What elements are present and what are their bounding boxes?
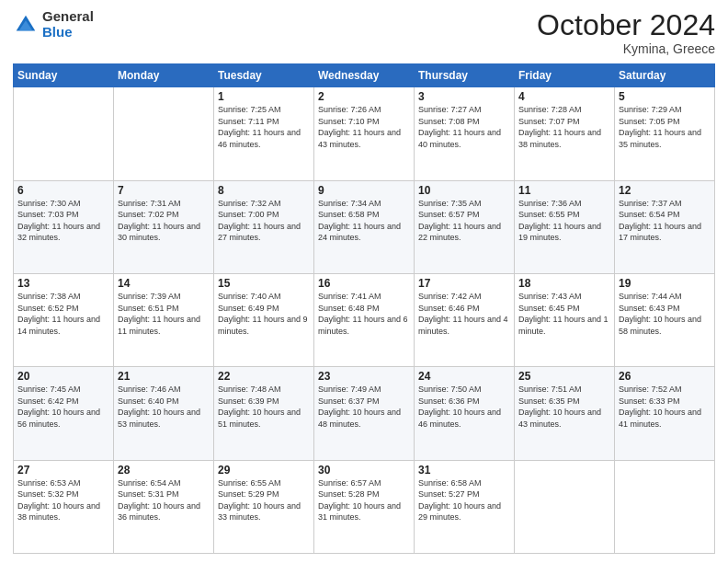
calendar-cell: 4Sunrise: 7:28 AM Sunset: 7:07 PM Daylig… xyxy=(515,87,615,180)
calendar-cell: 21Sunrise: 7:46 AM Sunset: 6:40 PM Dayli… xyxy=(114,367,214,460)
day-number: 19 xyxy=(619,277,711,290)
day-info: Sunrise: 7:42 AM Sunset: 6:46 PM Dayligh… xyxy=(418,292,508,336)
calendar-cell: 9Sunrise: 7:34 AM Sunset: 6:58 PM Daylig… xyxy=(314,180,415,273)
day-number: 12 xyxy=(619,184,711,197)
day-number: 15 xyxy=(218,277,310,290)
day-number: 20 xyxy=(17,370,109,383)
day-info: Sunrise: 7:26 AM Sunset: 7:10 PM Dayligh… xyxy=(318,105,401,149)
calendar-day-header: Wednesday xyxy=(314,64,415,87)
day-info: Sunrise: 7:48 AM Sunset: 6:39 PM Dayligh… xyxy=(218,385,301,429)
logo-text: General Blue xyxy=(42,9,94,40)
day-info: Sunrise: 6:54 AM Sunset: 5:31 PM Dayligh… xyxy=(118,478,200,523)
calendar-week-row: 13Sunrise: 7:38 AM Sunset: 6:52 PM Dayli… xyxy=(14,273,715,366)
calendar-cell: 7Sunrise: 7:31 AM Sunset: 7:02 PM Daylig… xyxy=(114,180,214,273)
day-number: 3 xyxy=(418,90,510,103)
calendar-cell xyxy=(14,87,114,180)
calendar-cell: 31Sunrise: 6:58 AM Sunset: 5:27 PM Dayli… xyxy=(415,460,515,553)
calendar-cell: 17Sunrise: 7:42 AM Sunset: 6:46 PM Dayli… xyxy=(415,273,515,366)
day-info: Sunrise: 7:45 AM Sunset: 6:42 PM Dayligh… xyxy=(17,385,100,429)
calendar-day-header: Monday xyxy=(114,64,214,87)
day-number: 28 xyxy=(118,464,210,477)
day-info: Sunrise: 7:43 AM Sunset: 6:45 PM Dayligh… xyxy=(518,292,609,336)
page: General Blue October 2024 Kymina, Greece… xyxy=(0,0,728,563)
calendar-cell: 8Sunrise: 7:32 AM Sunset: 7:00 PM Daylig… xyxy=(214,180,314,273)
month-title: October 2024 xyxy=(537,9,715,41)
calendar-week-row: 20Sunrise: 7:45 AM Sunset: 6:42 PM Dayli… xyxy=(14,367,715,460)
header: General Blue October 2024 Kymina, Greece xyxy=(13,9,715,56)
day-info: Sunrise: 7:46 AM Sunset: 6:40 PM Dayligh… xyxy=(118,385,200,429)
calendar-cell: 11Sunrise: 7:36 AM Sunset: 6:55 PM Dayli… xyxy=(515,180,615,273)
day-number: 5 xyxy=(619,90,711,103)
calendar-cell: 23Sunrise: 7:49 AM Sunset: 6:37 PM Dayli… xyxy=(314,367,415,460)
day-info: Sunrise: 7:31 AM Sunset: 7:02 PM Dayligh… xyxy=(118,199,200,243)
day-number: 21 xyxy=(118,370,210,383)
day-number: 4 xyxy=(518,90,610,103)
calendar-cell: 27Sunrise: 6:53 AM Sunset: 5:32 PM Dayli… xyxy=(14,460,114,553)
calendar-day-header: Tuesday xyxy=(214,64,314,87)
calendar-table: SundayMondayTuesdayWednesdayThursdayFrid… xyxy=(13,63,715,554)
calendar-cell xyxy=(114,87,214,180)
day-number: 31 xyxy=(418,464,510,477)
day-info: Sunrise: 7:50 AM Sunset: 6:36 PM Dayligh… xyxy=(418,385,501,429)
day-number: 8 xyxy=(218,184,310,197)
calendar-cell: 6Sunrise: 7:30 AM Sunset: 7:03 PM Daylig… xyxy=(14,180,114,273)
day-info: Sunrise: 7:30 AM Sunset: 7:03 PM Dayligh… xyxy=(17,199,100,243)
day-info: Sunrise: 7:38 AM Sunset: 6:52 PM Dayligh… xyxy=(17,292,100,336)
day-info: Sunrise: 7:29 AM Sunset: 7:05 PM Dayligh… xyxy=(619,105,701,149)
day-info: Sunrise: 7:39 AM Sunset: 6:51 PM Dayligh… xyxy=(118,292,200,336)
day-info: Sunrise: 6:53 AM Sunset: 5:32 PM Dayligh… xyxy=(17,478,100,523)
calendar-cell: 10Sunrise: 7:35 AM Sunset: 6:57 PM Dayli… xyxy=(415,180,515,273)
calendar-cell: 20Sunrise: 7:45 AM Sunset: 6:42 PM Dayli… xyxy=(14,367,114,460)
calendar-cell: 14Sunrise: 7:39 AM Sunset: 6:51 PM Dayli… xyxy=(114,273,214,366)
calendar-cell: 18Sunrise: 7:43 AM Sunset: 6:45 PM Dayli… xyxy=(515,273,615,366)
day-number: 18 xyxy=(518,277,610,290)
day-info: Sunrise: 7:37 AM Sunset: 6:54 PM Dayligh… xyxy=(619,199,701,243)
calendar-cell: 15Sunrise: 7:40 AM Sunset: 6:49 PM Dayli… xyxy=(214,273,314,366)
day-number: 25 xyxy=(518,370,610,383)
day-number: 29 xyxy=(218,464,310,477)
day-number: 17 xyxy=(418,277,510,290)
calendar-day-header: Sunday xyxy=(14,64,114,87)
day-info: Sunrise: 7:51 AM Sunset: 6:35 PM Dayligh… xyxy=(518,385,601,429)
day-number: 22 xyxy=(218,370,310,383)
calendar-cell: 2Sunrise: 7:26 AM Sunset: 7:10 PM Daylig… xyxy=(314,87,415,180)
day-number: 2 xyxy=(318,90,410,103)
day-info: Sunrise: 7:34 AM Sunset: 6:58 PM Dayligh… xyxy=(318,199,401,243)
calendar-day-header: Friday xyxy=(515,64,615,87)
calendar-cell: 13Sunrise: 7:38 AM Sunset: 6:52 PM Dayli… xyxy=(14,273,114,366)
calendar-cell: 12Sunrise: 7:37 AM Sunset: 6:54 PM Dayli… xyxy=(615,180,715,273)
day-info: Sunrise: 7:36 AM Sunset: 6:55 PM Dayligh… xyxy=(518,199,601,243)
day-info: Sunrise: 7:35 AM Sunset: 6:57 PM Dayligh… xyxy=(418,199,501,243)
day-info: Sunrise: 7:40 AM Sunset: 6:49 PM Dayligh… xyxy=(218,292,308,336)
calendar-header-row: SundayMondayTuesdayWednesdayThursdayFrid… xyxy=(14,64,715,87)
day-info: Sunrise: 7:41 AM Sunset: 6:48 PM Dayligh… xyxy=(318,292,408,336)
calendar-cell: 16Sunrise: 7:41 AM Sunset: 6:48 PM Dayli… xyxy=(314,273,415,366)
calendar-day-header: Thursday xyxy=(415,64,515,87)
day-number: 1 xyxy=(218,90,310,103)
logo-icon xyxy=(13,12,39,38)
calendar-week-row: 6Sunrise: 7:30 AM Sunset: 7:03 PM Daylig… xyxy=(14,180,715,273)
logo-blue: Blue xyxy=(42,25,94,40)
day-info: Sunrise: 7:25 AM Sunset: 7:11 PM Dayligh… xyxy=(218,105,301,149)
day-info: Sunrise: 7:32 AM Sunset: 7:00 PM Dayligh… xyxy=(218,199,301,243)
day-info: Sunrise: 6:55 AM Sunset: 5:29 PM Dayligh… xyxy=(218,478,301,523)
day-number: 30 xyxy=(318,464,410,477)
calendar-cell: 24Sunrise: 7:50 AM Sunset: 6:36 PM Dayli… xyxy=(415,367,515,460)
logo-general: General xyxy=(42,9,94,25)
calendar-day-header: Saturday xyxy=(615,64,715,87)
day-info: Sunrise: 7:49 AM Sunset: 6:37 PM Dayligh… xyxy=(318,385,401,429)
calendar-cell: 5Sunrise: 7:29 AM Sunset: 7:05 PM Daylig… xyxy=(615,87,715,180)
calendar-cell: 19Sunrise: 7:44 AM Sunset: 6:43 PM Dayli… xyxy=(615,273,715,366)
logo: General Blue xyxy=(13,9,94,40)
day-number: 24 xyxy=(418,370,510,383)
calendar-cell xyxy=(615,460,715,553)
day-number: 27 xyxy=(17,464,109,477)
calendar-cell: 26Sunrise: 7:52 AM Sunset: 6:33 PM Dayli… xyxy=(615,367,715,460)
day-number: 9 xyxy=(318,184,410,197)
day-number: 6 xyxy=(17,184,109,197)
day-number: 11 xyxy=(518,184,610,197)
day-number: 7 xyxy=(118,184,210,197)
subtitle: Kymina, Greece xyxy=(537,41,715,56)
calendar-cell: 3Sunrise: 7:27 AM Sunset: 7:08 PM Daylig… xyxy=(415,87,515,180)
calendar-cell: 1Sunrise: 7:25 AM Sunset: 7:11 PM Daylig… xyxy=(214,87,314,180)
